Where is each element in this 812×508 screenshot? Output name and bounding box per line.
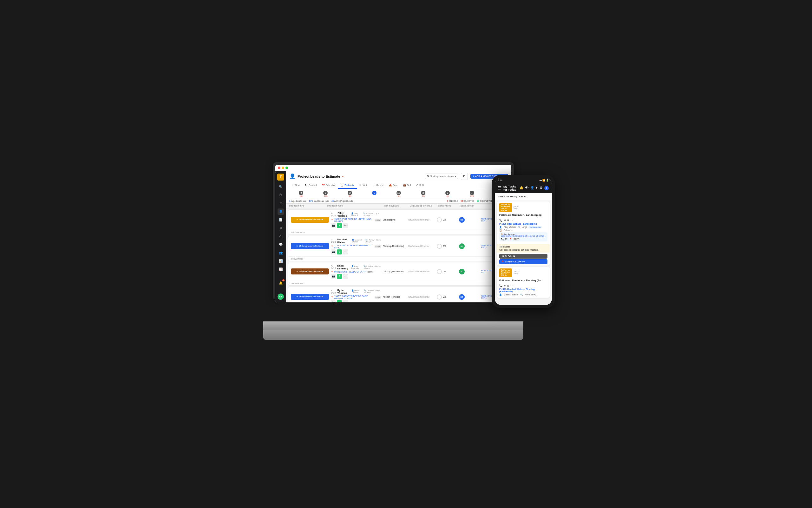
status-pill-6[interactable]: 2 -3% [411, 190, 435, 198]
likelihood-circle [437, 244, 442, 249]
on-hold-stat: 3 ON HOLD [447, 200, 458, 202]
status-pill-1[interactable]: 3 -26% [289, 190, 313, 198]
copy-button[interactable]: COPY [367, 271, 373, 273]
dollar-icon[interactable]: $ [337, 274, 342, 279]
tab-contact[interactable]: 📞 Contact [302, 182, 319, 189]
tab-sell[interactable]: 💼 Sell [401, 182, 414, 189]
address-actions: 📞 ✉ 📍 COPY [501, 238, 546, 241]
add-phone-icon[interactable]: + [544, 186, 549, 190]
status-pill-4[interactable]: 6 [363, 190, 386, 198]
minimize-button[interactable] [282, 167, 284, 169]
task-project-ref-2[interactable]: P-1425 Marshall Walker - Flooring (Resid… [499, 288, 547, 293]
sidebar-item-profile[interactable]: 👤 [277, 208, 284, 215]
sidebar-item-settings[interactable]: ⚙ [277, 225, 284, 231]
project-name[interactable]: Ryder Thomas [337, 289, 351, 294]
sidebar-item-clock[interactable]: ⏱ [277, 192, 284, 198]
email-icon[interactable]: ✉ [504, 219, 506, 222]
tab-schedule[interactable]: 📅 Schedule [319, 182, 338, 189]
dollar-icon[interactable]: $ [337, 223, 342, 228]
show-more[interactable]: SHOW MORE ▾ [288, 230, 509, 235]
tab-send[interactable]: 📤 Send [386, 182, 401, 189]
project-name[interactable]: Marshall Walker [337, 238, 351, 244]
tab-new[interactable]: ✦ New [289, 182, 302, 189]
likelihood: 0% [437, 244, 459, 249]
eye-icon[interactable]: 👁 [525, 186, 529, 190]
sidebar-item-analytics[interactable]: 📈 [277, 266, 284, 272]
more-icon[interactable]: ⋯ [343, 223, 348, 228]
project-id-name: P-1424 Marshall Walker 👤 Marshall Walker… [331, 238, 381, 244]
phone-addr-icon[interactable]: 📞 [501, 238, 504, 241]
laptop-bezel: T 🔍 ⏱ ☰ 👤 📄 ⚙ 🗂 💬 👥 📊 📈 🔔 2 [273, 162, 514, 299]
alert-icon[interactable]: 🔔 [520, 186, 523, 190]
email-icon-2[interactable]: ✉ [504, 284, 506, 287]
status-pill-8[interactable]: 7 -25% [460, 190, 484, 198]
camera-icon[interactable]: 📷 [331, 300, 336, 302]
start-follow-up-button[interactable]: 🚩 START FOLLOW-UP [499, 259, 547, 264]
sidebar-item-menu[interactable]: ☰ [277, 200, 284, 207]
address-copy-button[interactable]: COPY [513, 238, 520, 241]
project-address[interactable]: 950 N MAIN ST LEEDS UT 84747 [334, 271, 366, 273]
project-name[interactable]: Riley Wallace [337, 212, 350, 217]
task-date-2: Jun 30Today [513, 271, 547, 274]
dollar-icon[interactable]: $ [337, 249, 342, 254]
copy-button[interactable]: COPY [374, 219, 381, 221]
follow-up-label: 📎 1 Follow - Up in 18 days [365, 239, 381, 243]
chevron-icon[interactable]: ▸ [536, 186, 538, 190]
copy-button[interactable]: COPY [374, 296, 381, 299]
status-pill-3[interactable]: 2 -9% [338, 190, 362, 198]
sidebar-item-team[interactable]: 👥 [277, 250, 284, 256]
grid-icon[interactable]: ⊞ [507, 219, 509, 222]
user-avatar[interactable]: KS [277, 294, 284, 300]
close-button[interactable] [278, 167, 280, 169]
grid-icon-2[interactable]: ⊞ [507, 284, 509, 287]
maximize-button[interactable] [285, 167, 288, 169]
chevron-down-icon: ▾ [455, 175, 456, 178]
tab-sold[interactable]: ✔ Sold [414, 182, 426, 189]
camera-icon[interactable]: 📷 [331, 249, 336, 254]
filter-phone-icon[interactable]: ⚙ [540, 186, 542, 190]
task-project-ref[interactable]: P-1425 Riley Wallace - Landscaping [499, 223, 547, 225]
tab-revise[interactable]: ↩ Revise [371, 182, 386, 189]
sidebar-notifications[interactable]: 🔔 2 [277, 280, 284, 286]
person-icon[interactable]: 👤 [530, 186, 534, 190]
project-address[interactable]: 1500 E SPLIT ROCK DR UNIT 11 IVINS UT 84… [334, 218, 373, 222]
status-pill-2[interactable]: 3 -13% [314, 190, 337, 198]
email-addr-icon[interactable]: ✉ [505, 238, 507, 241]
task-detail-row-2: 👤 Marshall Walker 🔍 Home Show [499, 294, 547, 296]
phone-icon-2[interactable]: 📞 [499, 284, 502, 287]
sidebar-item-messages[interactable]: 💬 [277, 242, 284, 248]
tab-write[interactable]: ✏ Write [357, 182, 370, 189]
more-icon[interactable]: ⋯ [343, 300, 348, 302]
tab-estimate[interactable]: 📋 Estimate [338, 182, 357, 189]
project-address[interactable]: 1735 S 1450 E CIR SAINT GEORGE UT 84790 [334, 244, 373, 249]
hamburger-icon[interactable]: ☰ [498, 186, 501, 190]
app-logo[interactable]: T [277, 174, 284, 180]
more-icon[interactable]: ⋯ [343, 274, 348, 279]
project-id: P-1422 [331, 289, 336, 294]
map-addr-icon[interactable]: 📍 [509, 238, 512, 241]
clock-in-button[interactable]: ⏱ CLOCK IN [499, 254, 547, 259]
more-phone-icon[interactable]: ⋯ [511, 219, 513, 222]
more-icon[interactable]: ⋯ [343, 249, 348, 254]
project-address[interactable]: 1347 W GARNET RIDGE DR SAINT GEORGE UT 8… [334, 295, 373, 300]
copy-button[interactable]: COPY [374, 245, 381, 248]
project-name[interactable]: Knox Kennedy [337, 264, 350, 270]
sidebar-item-search[interactable]: 🔍 [277, 184, 284, 190]
phone-icon[interactable]: 📞 [499, 219, 502, 222]
camera-icon[interactable]: 📷 [331, 274, 336, 279]
show-more[interactable]: SHOW MORE ▾ [288, 256, 509, 261]
sidebar-item-documents[interactable]: 📄 [277, 217, 284, 223]
sort-button[interactable]: ⇅ Sort by time in status ▾ [425, 174, 458, 179]
camera-icon[interactable]: 📷 [331, 223, 336, 228]
sidebar-item-reports[interactable]: 📊 [277, 258, 284, 264]
status-pill-7[interactable]: 2 -3% [436, 190, 459, 198]
status-pill-5[interactable]: 18 -5% [387, 190, 411, 198]
filter-button[interactable]: ⚙ [461, 173, 468, 180]
dollar-icon[interactable]: $ [337, 300, 342, 302]
phone-signal-icon: ▪▪▪ 📶 🔋 [540, 179, 549, 182]
more-icon-2[interactable]: ⋯ [511, 284, 513, 287]
task-card-header: Follow-upReminderDue by9:00 AM Jun 20Tod… [497, 202, 550, 214]
show-more[interactable]: SHOW MORE ▾ [288, 281, 509, 285]
task-card: Follow-upReminderDue by9:00 AM Jun 20Tod… [497, 202, 550, 265]
sidebar-item-files[interactable]: 🗂 [277, 233, 284, 240]
